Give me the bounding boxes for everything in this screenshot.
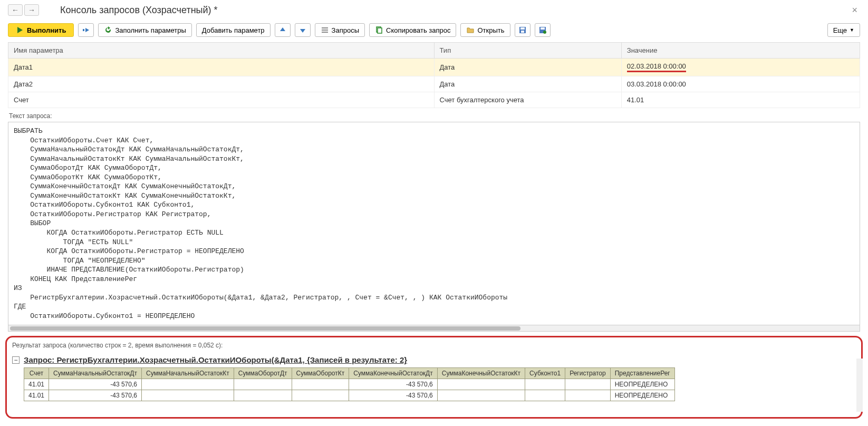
- col-param-value[interactable]: Значение: [621, 43, 860, 59]
- results-col-ПредставлениеРег[interactable]: ПредставлениеРег: [610, 368, 674, 379]
- param-row[interactable]: Дата1Дата02.03.2018 0:00:00: [8, 59, 860, 76]
- results-cell[interactable]: [437, 390, 525, 401]
- chevron-down-icon: ▼: [850, 27, 854, 33]
- svg-marker-3: [280, 27, 285, 31]
- param-row[interactable]: Дата2Дата03.03.2018 0:00:00: [8, 76, 860, 92]
- results-cell[interactable]: [234, 379, 292, 390]
- fill-params-button[interactable]: Заполнить параметры: [98, 23, 191, 37]
- param-name-cell[interactable]: Дата1: [8, 59, 435, 76]
- param-type-cell[interactable]: Дата: [434, 76, 621, 92]
- col-param-name[interactable]: Имя параметра: [8, 43, 435, 59]
- nav-back-button[interactable]: ←: [8, 4, 23, 16]
- open-button[interactable]: Открыть: [460, 23, 510, 37]
- results-cell[interactable]: 41.01: [24, 390, 49, 401]
- results-cell[interactable]: [141, 390, 234, 401]
- param-name-cell[interactable]: Счет: [8, 92, 435, 108]
- param-row[interactable]: СчетСчет бухгалтерского учета41.01: [8, 92, 860, 108]
- param-value-cell[interactable]: 02.03.2018 0:00:00: [621, 59, 860, 76]
- param-value-cell[interactable]: 03.03.2018 0:00:00: [621, 76, 860, 92]
- query-horizontal-scrollbar[interactable]: [8, 325, 860, 332]
- move-up-button[interactable]: [275, 23, 291, 37]
- results-cell[interactable]: 41.01: [24, 379, 49, 390]
- results-vertical-scrollbar[interactable]: [856, 359, 863, 412]
- copy-icon: [375, 26, 383, 34]
- results-cell[interactable]: [234, 390, 292, 401]
- svg-marker-0: [17, 27, 23, 33]
- play-icon: [16, 26, 24, 34]
- svg-rect-6: [322, 30, 328, 31]
- save-button[interactable]: [515, 23, 531, 37]
- save-icon: [518, 26, 527, 34]
- results-col-Субконто1[interactable]: Субконто1: [525, 368, 565, 379]
- results-col-СуммаНачальныйОстатокКт[interactable]: СуммаНачальныйОстатокКт: [141, 368, 234, 379]
- execute-button[interactable]: Выполнить: [8, 23, 74, 37]
- results-summary-label: Результат запроса (количество строк = 2,…: [12, 342, 856, 349]
- results-col-СуммаОборотКт[interactable]: СуммаОборотКт: [292, 368, 349, 379]
- svg-marker-2: [85, 28, 89, 32]
- results-col-Регистратор[interactable]: Регистратор: [565, 368, 611, 379]
- results-row[interactable]: 41.01-43 570,6-43 570,6НЕОПРЕДЕЛЕНО: [24, 379, 675, 390]
- results-cell[interactable]: -43 570,6: [349, 379, 438, 390]
- add-param-button[interactable]: Добавить параметр: [196, 23, 271, 37]
- step-debug-button[interactable]: [78, 23, 94, 37]
- svg-rect-7: [322, 32, 328, 33]
- svg-marker-4: [300, 29, 305, 33]
- param-name-cell[interactable]: Дата2: [8, 76, 435, 92]
- arrow-down-icon: [298, 26, 307, 34]
- save-as-button[interactable]: [535, 23, 551, 37]
- svg-rect-1: [83, 29, 84, 31]
- refresh-icon: [104, 26, 112, 34]
- query-text-editor[interactable]: ВЫБРАТЬ ОстаткиИОбороты.Счет КАК Счет, С…: [8, 122, 860, 325]
- svg-rect-12: [521, 31, 524, 33]
- results-cell[interactable]: [525, 379, 565, 390]
- queries-button[interactable]: Запросы: [315, 23, 365, 37]
- results-cell[interactable]: [292, 379, 349, 390]
- save-as-icon: [538, 26, 547, 34]
- param-type-cell[interactable]: Счет бухгалтерского учета: [434, 92, 621, 108]
- collapse-toggle[interactable]: −: [12, 356, 20, 364]
- results-query-heading: Запрос: РегистрБухгалтерии.Хозрасчетный.…: [24, 355, 856, 364]
- results-cell[interactable]: -43 570,6: [49, 390, 142, 401]
- arrow-up-icon: [278, 26, 287, 34]
- svg-rect-9: [378, 28, 382, 33]
- results-cell[interactable]: НЕОПРЕДЕЛЕНО: [610, 390, 674, 401]
- results-col-СуммаОборотДт[interactable]: СуммаОборотДт: [234, 368, 292, 379]
- results-cell[interactable]: -43 570,6: [349, 390, 438, 401]
- results-table[interactable]: СчетСуммаНачальныйОстатокДтСуммаНачальны…: [24, 367, 675, 401]
- results-cell[interactable]: [292, 390, 349, 401]
- svg-rect-14: [541, 27, 545, 30]
- results-col-СуммаНачальныйОстатокДт[interactable]: СуммаНачальныйОстатокДт: [49, 368, 142, 379]
- results-cell[interactable]: НЕОПРЕДЕЛЕНО: [610, 379, 674, 390]
- results-row[interactable]: 41.01-43 570,6-43 570,6НЕОПРЕДЕЛЕНО: [24, 390, 675, 401]
- svg-point-15: [543, 31, 546, 34]
- list-icon: [321, 26, 329, 34]
- results-col-Счет[interactable]: Счет: [24, 368, 49, 379]
- query-text-label: Текст запроса:: [8, 108, 860, 122]
- more-button[interactable]: Еще ▼: [827, 23, 860, 37]
- results-col-СуммаКонечныйОстатокДт[interactable]: СуммаКонечныйОстатокДт: [349, 368, 438, 379]
- folder-open-icon: [466, 26, 475, 34]
- results-cell[interactable]: [565, 379, 611, 390]
- close-icon[interactable]: ×: [849, 5, 860, 16]
- svg-rect-5: [322, 27, 328, 28]
- copy-query-button[interactable]: Скопировать запрос: [369, 23, 456, 37]
- results-cell[interactable]: [437, 379, 525, 390]
- results-cell[interactable]: [565, 390, 611, 401]
- nav-forward-button[interactable]: →: [24, 4, 39, 16]
- params-table[interactable]: Имя параметра Тип Значение Дата1Дата02.0…: [8, 42, 860, 108]
- results-cell[interactable]: [141, 379, 234, 390]
- page-title: Консоль запросов (Хозрасчетный) *: [44, 5, 218, 16]
- move-down-button[interactable]: [295, 23, 311, 37]
- results-col-СуммаКонечныйОстатокКт[interactable]: СуммаКонечныйОстатокКт: [437, 368, 525, 379]
- step-icon: [82, 26, 90, 34]
- results-cell[interactable]: -43 570,6: [49, 379, 142, 390]
- svg-rect-11: [520, 27, 525, 30]
- col-param-type[interactable]: Тип: [434, 43, 621, 59]
- param-value-cell[interactable]: 41.01: [621, 92, 860, 108]
- results-cell[interactable]: [525, 390, 565, 401]
- param-type-cell[interactable]: Дата: [434, 59, 621, 76]
